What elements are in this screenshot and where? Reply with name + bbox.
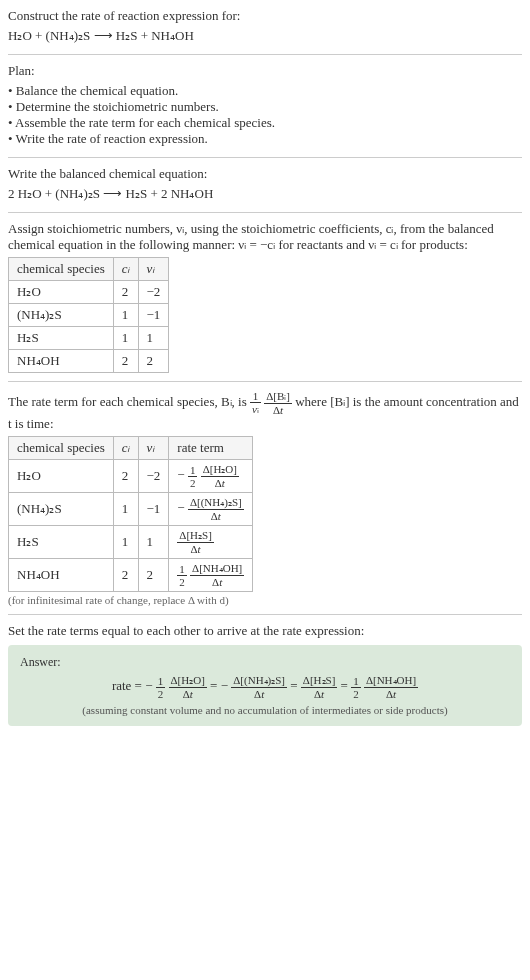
col-species: chemical species [9, 437, 114, 460]
cell-species: (NH₄)₂S [9, 304, 114, 327]
term-sign: − [145, 678, 152, 693]
half-frac: 12 [188, 464, 198, 489]
term-sign: − [177, 500, 184, 515]
answer-box: Answer: rate = − 12 Δ[H₂O]Δt = − Δ[(NH₄)… [8, 645, 522, 726]
cell-c: 1 [113, 304, 138, 327]
balanced-section: Write the balanced chemical equation: 2 … [8, 166, 522, 213]
generic-delta-frac: Δ[Bᵢ]Δt [264, 390, 292, 416]
col-v: νᵢ [138, 258, 169, 281]
table-row: (NH₄)₂S 1 −1 − Δ[(NH₄)₂S]Δt [9, 493, 253, 526]
table-row: H₂O 2 −2 [9, 281, 169, 304]
plan-item: Determine the stoichiometric numbers. [8, 99, 522, 115]
table-row: (NH₄)₂S 1 −1 [9, 304, 169, 327]
plan-list: Balance the chemical equation. Determine… [8, 83, 522, 147]
final-section: Set the rate terms equal to each other t… [8, 623, 522, 726]
cell-v: −1 [138, 493, 169, 526]
cell-c: 1 [113, 493, 138, 526]
cell-v: −2 [138, 281, 169, 304]
col-term: rate term [169, 437, 253, 460]
prompt-section: Construct the rate of reaction expressio… [8, 8, 522, 55]
cell-c: 2 [113, 559, 138, 592]
col-species: chemical species [9, 258, 114, 281]
cell-term: − Δ[(NH₄)₂S]Δt [169, 493, 253, 526]
balanced-equation: 2 H₂O + (NH₄)₂S ⟶ H₂S + 2 NH₄OH [8, 186, 522, 202]
cell-species: NH₄OH [9, 350, 114, 373]
prompt-text: Construct the rate of reaction expressio… [8, 8, 522, 24]
col-c: cᵢ [113, 437, 138, 460]
plan-section: Plan: Balance the chemical equation. Det… [8, 63, 522, 158]
generic-coef-frac: 1νᵢ [250, 390, 261, 416]
cell-c: 2 [113, 460, 138, 493]
unbalanced-equation: H₂O + (NH₄)₂S ⟶ H₂S + NH₄OH [8, 28, 522, 44]
rateterm-table: chemical species cᵢ νᵢ rate term H₂O 2 −… [8, 436, 253, 592]
cell-term: − 12 Δ[H₂O]Δt [169, 460, 253, 493]
plan-item: Write the rate of reaction expression. [8, 131, 522, 147]
cell-term: Δ[H₂S]Δt [169, 526, 253, 559]
table-header-row: chemical species cᵢ νᵢ [9, 258, 169, 281]
half-frac: 12 [351, 675, 361, 700]
delta-frac: Δ[H₂S]Δt [301, 674, 337, 700]
cell-species: H₂O [9, 460, 114, 493]
table-row: H₂S 1 1 Δ[H₂S]Δt [9, 526, 253, 559]
term-sign: − [221, 678, 228, 693]
half-frac: 12 [156, 675, 166, 700]
cell-species: (NH₄)₂S [9, 493, 114, 526]
cell-species: H₂S [9, 526, 114, 559]
term-sign: − [177, 467, 184, 482]
plan-heading: Plan: [8, 63, 522, 79]
cell-v: 1 [138, 327, 169, 350]
table-row: H₂S 1 1 [9, 327, 169, 350]
cell-c: 2 [113, 350, 138, 373]
intro-a: The rate term for each chemical species,… [8, 394, 250, 409]
balanced-heading: Write the balanced chemical equation: [8, 166, 522, 182]
cell-v: −2 [138, 460, 169, 493]
rate-prefix: rate = [112, 678, 145, 693]
cell-species: H₂S [9, 327, 114, 350]
answer-label: Answer: [20, 655, 510, 670]
half-frac: 12 [177, 563, 187, 588]
cell-c: 1 [113, 327, 138, 350]
cell-c: 2 [113, 281, 138, 304]
plan-item: Assemble the rate term for each chemical… [8, 115, 522, 131]
cell-term: 12 Δ[NH₄OH]Δt [169, 559, 253, 592]
cell-v: 2 [138, 559, 169, 592]
rateterm-intro: The rate term for each chemical species,… [8, 390, 522, 432]
delta-frac: Δ[H₂O]Δt [169, 674, 207, 700]
cell-c: 1 [113, 526, 138, 559]
delta-frac: Δ[H₂O]Δt [201, 463, 239, 489]
delta-frac: Δ[(NH₄)₂S]Δt [188, 496, 244, 522]
plan-item: Balance the chemical equation. [8, 83, 522, 99]
delta-frac: Δ[NH₄OH]Δt [364, 674, 418, 700]
answer-note: (assuming constant volume and no accumul… [20, 704, 510, 716]
infinitesimal-note: (for infinitesimal rate of change, repla… [8, 594, 522, 606]
delta-frac: Δ[NH₄OH]Δt [190, 562, 244, 588]
cell-species: NH₄OH [9, 559, 114, 592]
cell-species: H₂O [9, 281, 114, 304]
table-header-row: chemical species cᵢ νᵢ rate term [9, 437, 253, 460]
col-v: νᵢ [138, 437, 169, 460]
final-heading: Set the rate terms equal to each other t… [8, 623, 522, 639]
rate-expression: rate = − 12 Δ[H₂O]Δt = − Δ[(NH₄)₂S]Δt = … [20, 674, 510, 700]
col-c: cᵢ [113, 258, 138, 281]
delta-frac: Δ[H₂S]Δt [177, 529, 213, 555]
delta-frac: Δ[(NH₄)₂S]Δt [231, 674, 287, 700]
stoich-table: chemical species cᵢ νᵢ H₂O 2 −2 (NH₄)₂S … [8, 257, 169, 373]
cell-v: 2 [138, 350, 169, 373]
table-row: H₂O 2 −2 − 12 Δ[H₂O]Δt [9, 460, 253, 493]
table-row: NH₄OH 2 2 12 Δ[NH₄OH]Δt [9, 559, 253, 592]
table-row: NH₄OH 2 2 [9, 350, 169, 373]
stoich-section: Assign stoichiometric numbers, νᵢ, using… [8, 221, 522, 382]
rateterm-section: The rate term for each chemical species,… [8, 390, 522, 615]
cell-v: −1 [138, 304, 169, 327]
cell-v: 1 [138, 526, 169, 559]
stoich-intro: Assign stoichiometric numbers, νᵢ, using… [8, 221, 522, 253]
